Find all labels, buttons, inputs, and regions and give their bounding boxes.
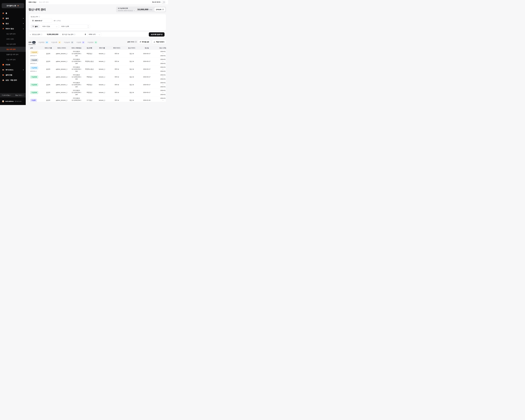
tab-지급실패[interactable]: 지급실패0 <box>64 41 74 45</box>
settlement-table-card: 상태파트너 이름파트너 아이디파트너 계좌정보정산유형계약 이름계약 아이디정산… <box>28 46 166 102</box>
total-payable-value: 0 <box>85 33 86 36</box>
currency-detail-dropdown[interactable]: KRW 내역 <box>87 33 101 37</box>
report-icon <box>2 64 4 66</box>
partner-name-cell: 김포트 <box>42 89 54 96</box>
external-link-icon: ↗ <box>22 94 23 96</box>
tab-label: 지급완료 <box>87 41 94 43</box>
info-icon[interactable]: i <box>74 34 75 35</box>
footer-link-구 관리자콘솔[interactable]: 구 관리자콘솔↗ <box>0 94 13 96</box>
tab-count-badge: 0 <box>71 41 74 44</box>
table-settings-label: 테이블 설정 <box>142 41 149 43</box>
partner-account-cell: 카카오뱅크12-12341234-1234 <box>69 96 84 102</box>
virtual-account-balance-card: 내 가상계좌 잔액 경남은행 28999770218123 10,000,000… <box>116 7 166 12</box>
status-change-link[interactable]: 상태변경⇄ <box>30 63 42 64</box>
tab-지급완료[interactable]: 지급완료0 <box>87 41 97 45</box>
tab-지급보류[interactable]: 지급보류0 <box>51 41 61 45</box>
chevron-updown-icon <box>88 26 89 28</box>
contract-id-cell: 계약 id <box>109 81 124 89</box>
filter-label: 필터 <box>35 26 38 27</box>
sidebar-subitem-정산 정책 관리[interactable]: 정산 정책 관리 <box>0 31 26 37</box>
sidebar-subitem-일괄지급 내역 관리[interactable]: 일괄지급 내역 관리 <box>0 52 26 57</box>
excel-download-button[interactable]: 엑셀 다운로드 <box>152 40 166 44</box>
tab-지급중[interactable]: 지급중0 <box>76 41 85 45</box>
breadcrumb-section[interactable]: 파트너 정산 <box>28 1 36 3</box>
calendar-icon <box>32 20 34 21</box>
bolt-icon <box>2 28 4 30</box>
sidebar-item-정산[interactable]: 정산▾ <box>0 21 26 26</box>
main-area: 파트너 정산 정산 내역 관리 테스트 데이터 정산 내역 관리 내 가상계좌 … <box>26 0 168 105</box>
tab-전체[interactable]: 전체10 <box>28 41 36 45</box>
swap-arrows-icon: ⇄ <box>36 63 37 64</box>
filter-card: 정산일 선택 i 2024-03-17 1개 선택됨 필터 <box>28 14 166 30</box>
partner-name-cell: 김포트 <box>42 73 54 81</box>
sidebar-item-결제[interactable]: 결제▾ <box>0 16 26 21</box>
tab-지급예정[interactable]: 지급예정10 <box>38 41 48 45</box>
settlement-date-cell: 2024-03-17 <box>139 57 155 65</box>
column-header-정산유형: 정산유형 <box>84 46 95 50</box>
sidebar-item-홈[interactable]: 홈 <box>0 11 26 16</box>
settlement-id-cell: 정산 id <box>124 57 139 65</box>
breadcrumb-divider <box>38 1 38 3</box>
table-row: 지급완료김포트python_lecturer_1카카오뱅크12-12341234… <box>28 73 166 81</box>
table-row: 지급예정상태변경⇄김포트python_lecturer_1카카오뱅크12-123… <box>28 65 166 73</box>
table-actions: 상태 가이드 ? 테이블 설정 엑셀 다운로드 <box>127 40 166 45</box>
balance-refresh-button[interactable]: 잔액조회 <box>154 8 165 11</box>
status-badge: 지급보류 <box>30 51 38 54</box>
toggle-icon <box>2 69 4 71</box>
settlement-date-cell: 2024-03-17 <box>139 81 155 89</box>
status-cell: 지급완료 <box>28 89 42 96</box>
sidebar-item-부가서비스[interactable]: 부가서비스▾ <box>0 67 26 73</box>
sidebar-item-결제 연동[interactable]: 결제 연동 <box>0 73 26 78</box>
total-settlement-value: 9,000,000,000 <box>47 33 58 36</box>
column-header-파트너 이름: 파트너 이름 <box>42 46 54 50</box>
sidebar-item-label: 리포트 <box>6 64 10 66</box>
sidebar-item-리포트[interactable]: 리포트 <box>0 62 26 67</box>
e-payment-apply-button[interactable]: 전자결제 신청 <box>2 3 24 8</box>
settlement-period-cell: 2024-01~2024-01 <box>155 96 166 102</box>
contract-name-cell: lecturer_1 <box>95 89 109 96</box>
settlement-date-input[interactable]: 2024-03-17 <box>31 19 52 23</box>
sidebar-item-상점・계정 관리[interactable]: 상점・계정 관리 <box>0 78 26 83</box>
copy-icon[interactable] <box>133 10 135 11</box>
settlement-date-cell: 2024-03-17 <box>139 65 155 73</box>
swap-arrows-icon: ⇄ <box>36 55 37 56</box>
breadcrumb-page: 정산 내역 관리 <box>39 1 49 3</box>
stack-icon <box>2 23 4 25</box>
status-badge: 지급예정 <box>30 66 38 69</box>
sidebar-item-파트너 정산[interactable]: 파트너 정산▴ <box>0 26 26 31</box>
column-header-계약 이름: 계약 이름 <box>95 46 109 50</box>
sidebar-subitem-지급 내역 관리[interactable]: 지급 내역 관리 <box>0 57 26 62</box>
sidebar-subitem-정산 내역 관리[interactable]: 정산 내역 관리 <box>0 47 26 52</box>
test-data-toggle[interactable] <box>161 1 165 3</box>
table-settings-button[interactable]: 테이블 설정 <box>138 40 151 44</box>
expand-triangle-icon[interactable]: ▶ <box>30 34 31 35</box>
footer-link-콘솔 가이드[interactable]: 콘솔 가이드↗ <box>13 94 26 96</box>
status-cell: 지급완료 <box>28 81 42 89</box>
settlement-date-cell: 2024-01-04 <box>139 96 155 102</box>
info-icon[interactable]: i <box>41 34 42 35</box>
status-change-link[interactable]: 상태변경⇄ <box>30 55 42 56</box>
status-change-link[interactable]: 상태변경⇄ <box>30 70 42 72</box>
partner-id-cell: python_lecturer_1 <box>54 73 69 81</box>
sidebar-subitem-파트너 관리[interactable]: 파트너 관리 <box>0 37 26 42</box>
sidebar-item-label: 파트너 정산 <box>6 28 14 30</box>
contract-name-cell: lecturer_1 <box>95 65 109 73</box>
settlement-id-cell: 정산 id <box>124 50 139 57</box>
sidebar-subitem-정산 상세 조회[interactable]: 정산 상세 조회 <box>0 42 26 47</box>
settlement-type-cell: 주문취소정산 <box>84 57 95 65</box>
bank-name: 경남은행 <box>118 10 123 11</box>
filter-button[interactable]: 필터 <box>31 24 40 28</box>
info-icon[interactable]: i <box>38 16 40 18</box>
status-guide-link[interactable]: 상태 가이드 ? <box>127 41 137 43</box>
partner-name-cell: 김포트 <box>42 65 54 73</box>
contract-name-cell: lecturer_1 <box>95 81 109 89</box>
currency-detail-value: KRW 내역 <box>89 34 95 35</box>
partner-select-dropdown[interactable]: 파트너 선택 <box>60 24 90 28</box>
account-name: mail-address <box>5 101 14 102</box>
bulk-transfer-pay-button[interactable]: 송금대행 일괄지급 <box>149 32 165 37</box>
account-row[interactable]: mail-address @mail.com <box>0 97 26 105</box>
breadcrumb: 파트너 정산 정산 내역 관리 <box>28 1 49 3</box>
settlement-period-cell: 2024-01~2024-01 <box>155 50 166 57</box>
partner-info-dropdown[interactable]: 파트너 정보 <box>41 24 58 28</box>
status-change-label: 상태변경 <box>30 55 35 56</box>
